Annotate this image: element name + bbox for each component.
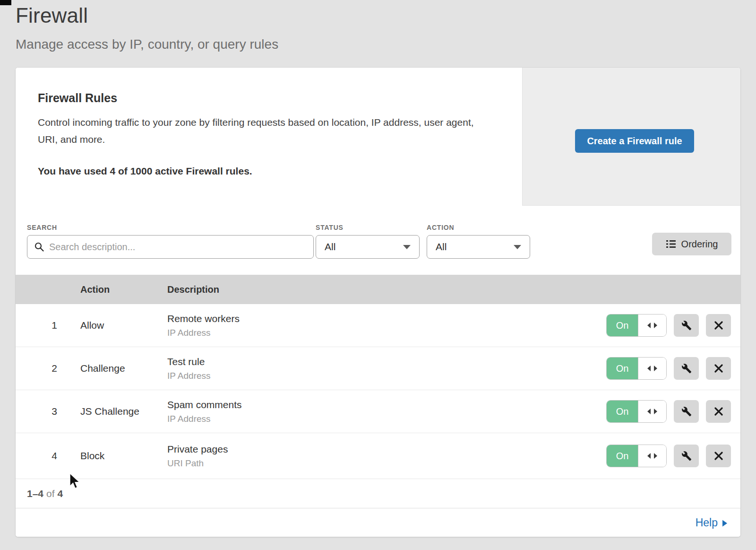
rule-enabled-toggle[interactable]: On xyxy=(606,445,667,467)
pagination-total: 4 xyxy=(58,488,63,499)
search-icon xyxy=(34,242,44,252)
rule-enabled-toggle[interactable]: On xyxy=(606,357,667,380)
section-heading: Firewall Rules xyxy=(38,91,117,105)
search-label: SEARCH xyxy=(27,224,57,231)
search-input[interactable] xyxy=(49,242,307,253)
rule-match-field: IP Address xyxy=(167,414,242,424)
chevron-down-icon xyxy=(403,245,411,249)
filters-bar: SEARCH STATUS All ACTION All xyxy=(16,206,740,275)
edit-rule-button[interactable] xyxy=(674,445,699,467)
rule-enabled-toggle[interactable]: On xyxy=(606,400,667,423)
table-row: 2 Challenge Test rule IP Address On xyxy=(16,347,740,390)
rule-description: Spam comments xyxy=(167,399,242,410)
delete-rule-button[interactable] xyxy=(706,400,731,423)
column-header-action: Action xyxy=(80,284,110,295)
pagination-range: 1–4 xyxy=(27,488,43,499)
delete-rule-button[interactable] xyxy=(706,357,731,380)
rule-description: Remote workers xyxy=(167,313,240,324)
capture-artifact xyxy=(0,0,11,5)
table-header: Action Description xyxy=(16,275,740,304)
ordering-button[interactable]: Ordering xyxy=(652,233,731,255)
wrench-icon xyxy=(681,320,692,331)
toggle-on-label: On xyxy=(607,445,638,467)
create-firewall-rule-button[interactable]: Create a Firewall rule xyxy=(575,129,694,153)
toggle-on-label: On xyxy=(607,358,638,379)
table-row: 1 Allow Remote workers IP Address On xyxy=(16,304,740,347)
table-row: 3 JS Challenge Spam comments IP Address … xyxy=(16,390,740,433)
help-link-label: Help xyxy=(696,516,718,529)
card-footer: Help xyxy=(16,508,740,537)
rule-action: Block xyxy=(80,450,104,462)
action-selected-value: All xyxy=(436,241,447,253)
rule-priority: 4 xyxy=(44,450,65,462)
delete-rule-button[interactable] xyxy=(706,445,731,467)
action-select[interactable]: All xyxy=(427,235,530,259)
create-rule-panel: Create a Firewall rule xyxy=(522,68,740,206)
pagination-row: 1–4of4 xyxy=(16,479,740,508)
close-icon xyxy=(714,407,723,416)
section-description: Control incoming traffic to your zone by… xyxy=(38,114,484,148)
firewall-rules-card: Firewall Rules Control incoming traffic … xyxy=(16,68,740,537)
firewall-page: Firewall Manage access by IP, country, o… xyxy=(0,0,756,550)
pagination-summary: 1–4of4 xyxy=(27,488,63,499)
close-icon xyxy=(714,452,723,460)
edit-rule-button[interactable] xyxy=(674,357,699,380)
rule-priority: 3 xyxy=(44,406,65,417)
help-link[interactable]: Help xyxy=(696,516,727,529)
ordering-button-label: Ordering xyxy=(681,239,718,250)
close-icon xyxy=(714,321,723,330)
toggle-handle-icon[interactable] xyxy=(638,401,666,422)
edit-rule-button[interactable] xyxy=(674,314,699,337)
toggle-on-label: On xyxy=(607,401,638,422)
toggle-handle-icon[interactable] xyxy=(638,358,666,379)
rule-priority: 1 xyxy=(44,320,65,331)
column-header-description: Description xyxy=(167,284,219,295)
rule-description: Test rule xyxy=(167,356,211,367)
rule-priority: 2 xyxy=(44,363,65,374)
search-box[interactable] xyxy=(27,235,314,259)
page-title: Firewall xyxy=(16,4,88,27)
rule-match-field: IP Address xyxy=(167,371,211,381)
wrench-icon xyxy=(681,363,692,374)
chevron-down-icon xyxy=(514,245,521,249)
close-icon xyxy=(714,364,723,373)
wrench-icon xyxy=(681,406,692,417)
edit-rule-button[interactable] xyxy=(674,400,699,423)
rule-match-field: IP Address xyxy=(167,328,240,338)
delete-rule-button[interactable] xyxy=(706,314,731,337)
rule-match-field: URI Path xyxy=(167,458,228,469)
status-label: STATUS xyxy=(316,224,344,231)
toggle-handle-icon[interactable] xyxy=(638,314,666,336)
rule-action: Challenge xyxy=(80,363,125,374)
triangle-right-icon xyxy=(722,520,727,526)
toggle-on-label: On xyxy=(607,314,638,336)
toggle-handle-icon[interactable] xyxy=(638,445,666,467)
status-selected-value: All xyxy=(325,241,335,253)
usage-summary: You have used 4 of 1000 active Firewall … xyxy=(38,166,252,177)
page-subtitle: Manage access by IP, country, or query r… xyxy=(16,37,278,52)
action-label: ACTION xyxy=(427,224,454,231)
rule-action: JS Challenge xyxy=(80,406,139,417)
rule-description: Private pages xyxy=(167,444,228,455)
intro-section: Firewall Rules Control incoming traffic … xyxy=(16,68,522,206)
rule-enabled-toggle[interactable]: On xyxy=(606,314,667,337)
rule-action: Allow xyxy=(80,320,104,331)
list-icon xyxy=(666,239,676,249)
wrench-icon xyxy=(681,451,692,461)
pagination-of: of xyxy=(46,488,55,499)
table-row: 4 Block Private pages URI Path On xyxy=(16,433,740,479)
status-select[interactable]: All xyxy=(316,235,420,259)
